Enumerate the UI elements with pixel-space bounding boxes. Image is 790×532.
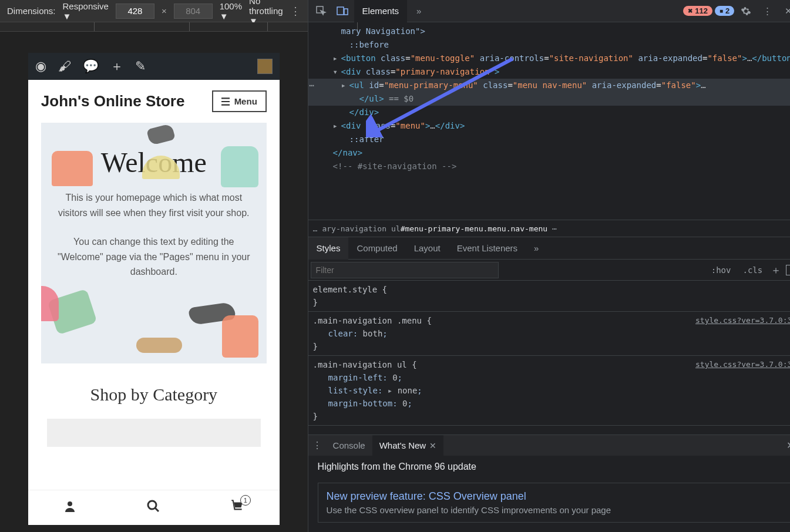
dom-line[interactable]: ▸<div class="menu">…</div> <box>308 119 790 133</box>
css-rule[interactable]: style.css?ver=3.7.0:31 .main-navigation … <box>308 356 790 426</box>
tab-elements[interactable]: Elements <box>354 0 408 22</box>
card-desc: Use the CSS overview panel to identify C… <box>327 505 784 515</box>
hero-text-1: This is your homepage which is what most… <box>56 190 251 220</box>
edit-icon[interactable]: ✎ <box>135 59 146 74</box>
category-card[interactable] <box>47 419 261 447</box>
toggle-sidebar-icon[interactable] <box>786 265 790 275</box>
css-rule[interactable]: element.style { } <box>308 281 790 312</box>
issues-badge[interactable]: 2 <box>715 6 734 16</box>
dom-line[interactable]: ::before <box>308 38 790 52</box>
breadcrumb[interactable]: … ary-navigation ulul#menu-primary-menu.… <box>308 220 790 237</box>
site-header: John's Online Store Menu <box>41 90 267 112</box>
dom-line-selected[interactable]: ⋯▸<ul id="menu-primary-menu" class="menu… <box>308 79 790 106</box>
card-title: New preview feature: CSS Overview panel <box>327 490 784 503</box>
crumb-selected[interactable]: ulul#menu-primary-menu.menu.nav-menu#men… <box>391 224 547 233</box>
ruler <box>0 22 308 32</box>
dom-line[interactable]: ::after <box>308 133 790 146</box>
error-badge[interactable]: 112 <box>683 6 712 16</box>
menu-label: Menu <box>234 96 257 106</box>
dimensions-dropdown[interactable]: Responsive ▼ <box>63 1 109 21</box>
drawer-tabs: ⋮ Console What's New ✕ ✕ <box>308 435 790 456</box>
shop-by-category-heading: Shop by Category <box>41 385 267 405</box>
site-content: John's Online Store Menu <box>28 80 280 490</box>
hov-toggle[interactable]: :hov <box>708 264 735 276</box>
dom-line[interactable]: </div> <box>308 106 790 119</box>
dom-line[interactable]: ▾<div class="primary-navigation"> <box>308 65 790 79</box>
whats-new-card[interactable]: New preview feature: CSS Overview panel … <box>318 483 790 523</box>
dimension-separator: × <box>162 6 167 16</box>
product-image <box>41 286 59 321</box>
dom-line[interactable]: </nav> <box>308 146 790 160</box>
styles-body[interactable]: element.style { } style.css?ver=3.7.0:31… <box>308 281 790 435</box>
device-toggle-icon[interactable] <box>333 2 352 21</box>
account-icon[interactable] <box>63 499 77 517</box>
svg-rect-4 <box>337 7 344 15</box>
hamburger-icon <box>221 97 230 106</box>
more-tabs-icon[interactable]: » <box>526 237 547 260</box>
svg-rect-5 <box>344 9 348 15</box>
dimensions-label: Dimensions: <box>7 6 56 16</box>
svg-point-1 <box>148 501 156 509</box>
height-input[interactable] <box>174 4 213 19</box>
avatar[interactable] <box>257 59 273 74</box>
search-icon[interactable] <box>146 499 160 517</box>
elements-panel[interactable]: mary Navigation"> ::before ▸<button clas… <box>308 22 790 220</box>
source-link[interactable]: style.css?ver=3.7.0:31 <box>695 314 790 327</box>
device-more-icon[interactable]: ⋮ <box>290 5 301 18</box>
tab-computed[interactable]: Computed <box>348 237 405 260</box>
styles-toolbar: :hov .cls ＋ <box>308 260 790 281</box>
tab-event-listeners[interactable]: Event Listeners <box>449 237 526 260</box>
settings-icon[interactable] <box>737 2 755 21</box>
add-icon[interactable]: ＋ <box>110 58 123 75</box>
svg-point-0 <box>68 501 72 506</box>
device-frame: ◉ 🖌 💬 ＋ ✎ John's Online Store Menu <box>28 53 280 525</box>
site-title[interactable]: John's Online Store <box>41 92 185 110</box>
crumb[interactable]: ary-navigation <box>322 224 386 233</box>
kebab-icon[interactable]: ⋮ <box>758 2 776 21</box>
crumb-ellipsis[interactable]: … <box>313 224 318 233</box>
cart-icon[interactable]: 1 <box>230 499 245 517</box>
wp-admin-bar: ◉ 🖌 💬 ＋ ✎ <box>28 53 280 80</box>
dom-line[interactable]: mary Navigation"> <box>308 25 790 38</box>
dashboard-icon[interactable]: ◉ <box>35 59 46 74</box>
drawer-menu-icon[interactable]: ⋮ <box>308 440 326 451</box>
inspect-icon[interactable] <box>312 2 331 21</box>
tab-layout[interactable]: Layout <box>406 237 449 260</box>
cart-badge: 1 <box>240 495 251 506</box>
tab-whats-new[interactable]: What's New ✕ <box>372 435 444 456</box>
product-image <box>136 338 182 353</box>
styles-tabs: Styles Computed Layout Event Listeners » <box>308 237 790 260</box>
devtools-toolbar: Elements » 112 2 ⋮ ✕ <box>308 0 790 22</box>
cls-toggle[interactable]: .cls <box>739 264 766 276</box>
menu-button[interactable]: Menu <box>212 90 267 112</box>
product-image <box>146 123 176 146</box>
devtools-pane: Elements » 112 2 ⋮ ✕ mary Navigation"> :… <box>308 0 790 532</box>
zoom-dropdown[interactable]: 100% ▼ <box>220 1 242 21</box>
css-rule[interactable]: style.css?ver=3.7.0:31 .main-navigation … <box>308 312 790 356</box>
device-mode-pane: Dimensions: Responsive ▼ × 100% ▼ No thr… <box>0 0 308 532</box>
more-tabs-icon[interactable]: » <box>409 2 428 21</box>
new-rule-icon[interactable]: ＋ <box>771 263 781 277</box>
crumb-ellipsis[interactable]: ⋯ <box>552 224 557 233</box>
close-tab-icon[interactable]: ✕ <box>429 441 436 450</box>
footer-bar: 1 <box>28 490 280 525</box>
product-image <box>221 146 258 187</box>
width-input[interactable] <box>116 4 154 19</box>
source-link[interactable]: style.css?ver=3.7.0:31 <box>695 358 790 371</box>
whats-new-headline: Highlights from the Chrome 96 update <box>318 462 790 472</box>
styles-filter-input[interactable] <box>311 262 499 278</box>
tab-console[interactable]: Console <box>326 435 372 456</box>
device-toolbar: Dimensions: Responsive ▼ × 100% ▼ No thr… <box>0 0 308 22</box>
drawer-body: Highlights from the Chrome 96 update New… <box>308 456 790 532</box>
comments-icon[interactable]: 💬 <box>83 59 99 74</box>
close-devtools-icon[interactable]: ✕ <box>779 2 790 21</box>
hero-text-2: You can change this text by editing the … <box>56 234 251 280</box>
dom-line[interactable]: ▸<button class="menu-toggle" aria-contro… <box>308 52 790 65</box>
tab-styles[interactable]: Styles <box>308 237 349 260</box>
product-image <box>222 315 258 358</box>
product-image <box>52 151 93 186</box>
close-drawer-icon[interactable]: ✕ <box>779 440 790 451</box>
dom-line[interactable]: <!-- #site-navigation --> <box>308 160 790 173</box>
hero: Welcome This is your homepage which is w… <box>41 123 267 363</box>
customize-icon[interactable]: 🖌 <box>58 59 71 74</box>
